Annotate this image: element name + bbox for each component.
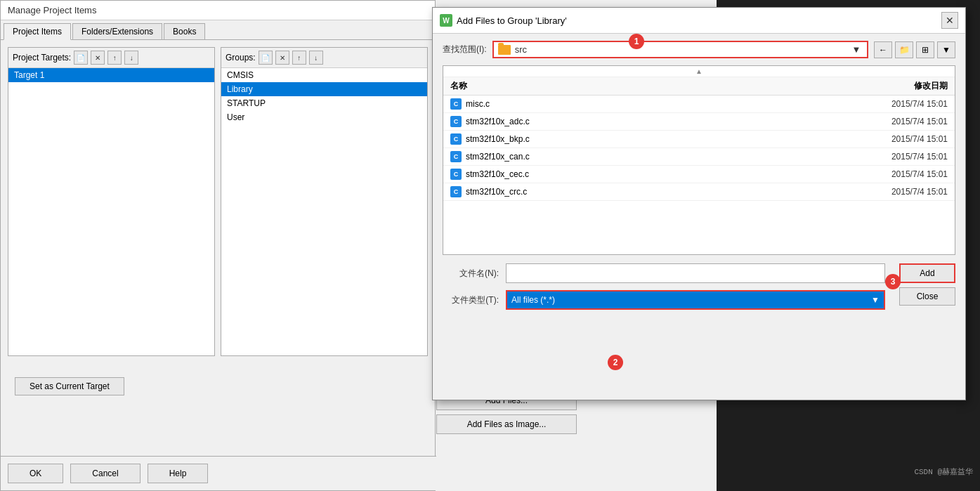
location-label: 查找范围(I):: [443, 44, 487, 55]
filetype-row: 文件类型(T): All files (*.*) ▼: [443, 290, 885, 310]
groups-label: Groups:: [226, 53, 256, 63]
table-row[interactable]: C misc.c 2015/7/4 15:01: [443, 96, 955, 113]
new-group-btn[interactable]: 📄: [259, 51, 273, 65]
dialog-body: 查找范围(I): src ▼ ← 📁 ⊞ ▼ ▲ 名称 修改日期: [433, 34, 965, 317]
main-window: Manage Project Items Project Items Folde…: [0, 0, 980, 491]
new-target-btn[interactable]: 📄: [74, 51, 88, 65]
table-row[interactable]: C stm32f10x_crc.c 2015/7/4 15:01: [443, 183, 955, 201]
file-date: 2015/7/4 15:01: [891, 169, 948, 179]
file-date: 2015/7/4 15:01: [891, 99, 948, 109]
location-dropdown[interactable]: ▼: [850, 44, 863, 55]
c-file-icon: C: [450, 98, 462, 110]
col-date-header: 修改日期: [914, 80, 948, 92]
dialog-title: Add Files to Group 'Library': [457, 15, 567, 26]
table-row[interactable]: C stm32f10x_bkp.c 2015/7/4 15:01: [443, 131, 955, 148]
table-row[interactable]: C stm32f10x_can.c 2015/7/4 15:01: [443, 148, 955, 166]
list-item[interactable]: Target 1: [8, 68, 214, 82]
project-targets-label: Project Targets:: [13, 53, 71, 63]
filename-input[interactable]: [506, 263, 885, 283]
down-group-btn[interactable]: ↓: [309, 51, 323, 65]
view-button[interactable]: ⊞: [916, 41, 934, 58]
manage-bottom: OK Cancel Help: [1, 456, 436, 490]
nav-buttons: ← 📁 ⊞ ▼: [874, 41, 955, 58]
table-row[interactable]: C stm32f10x_cec.c 2015/7/4 15:01: [443, 166, 955, 183]
file-date: 2015/7/4 15:01: [891, 117, 948, 126]
delete-group-btn[interactable]: ✕: [275, 51, 289, 65]
file-name: stm32f10x_can.c: [466, 152, 530, 162]
file-name: stm32f10x_crc.c: [466, 187, 527, 197]
filetype-dropdown-icon: ▼: [871, 295, 880, 305]
file-date: 2015/7/4 15:01: [891, 187, 948, 197]
back-button[interactable]: ←: [874, 41, 892, 58]
ok-button[interactable]: OK: [8, 464, 63, 483]
table-row[interactable]: C stm32f10x_adc.c 2015/7/4 15:01: [443, 113, 955, 131]
group-list: CMSIS Library STARTUP User: [221, 68, 427, 355]
manage-content: Project Targets: 📄 ✕ ↑ ↓ Target 1 Groups…: [1, 40, 435, 363]
list-item[interactable]: STARTUP: [221, 96, 427, 110]
file-list-container: ▲ 名称 修改日期 C misc.c 2015/7/4 15:01 C stm3…: [443, 65, 955, 255]
list-item[interactable]: User: [221, 110, 427, 124]
add-button[interactable]: Add: [899, 263, 955, 283]
groups-header: Groups: 📄 ✕ ↑ ↓: [221, 48, 427, 68]
list-item[interactable]: CMSIS: [221, 68, 427, 82]
action-buttons: Add Close: [899, 263, 955, 306]
c-file-icon: C: [450, 169, 462, 180]
location-value: src: [515, 44, 846, 55]
file-name-cell: C stm32f10x_can.c: [450, 151, 530, 162]
panels-row: Project Targets: 📄 ✕ ↑ ↓ Target 1 Groups…: [8, 47, 428, 356]
file-name-cell: C stm32f10x_adc.c: [450, 116, 530, 127]
project-targets-header: Project Targets: 📄 ✕ ↑ ↓: [8, 48, 214, 68]
target-list: Target 1: [8, 68, 214, 355]
filename-label: 文件名(N):: [443, 268, 499, 280]
new-folder-button[interactable]: 📁: [895, 41, 913, 58]
col-name-header: 名称: [450, 80, 467, 92]
location-box: src ▼: [492, 41, 868, 58]
set-current-target-button[interactable]: Set as Current Target: [15, 377, 124, 395]
down-target-btn[interactable]: ↓: [124, 51, 138, 65]
file-name-cell: C misc.c: [450, 98, 490, 110]
up-group-btn[interactable]: ↑: [292, 51, 306, 65]
add-files-dialog: W Add Files to Group 'Library' ✕ 查找范围(I)…: [432, 7, 966, 400]
file-name: misc.c: [466, 99, 490, 109]
project-targets-panel: Project Targets: 📄 ✕ ↑ ↓ Target 1: [8, 47, 215, 356]
c-file-icon: C: [450, 186, 462, 197]
view-dropdown-button[interactable]: ▼: [937, 41, 955, 58]
manage-title: Manage Project Items: [1, 1, 435, 20]
filetype-select[interactable]: All files (*.*) ▼: [506, 290, 885, 310]
tab-folders-extensions[interactable]: Folders/Extensions: [72, 23, 162, 39]
filetype-label: 文件类型(T):: [443, 294, 499, 306]
c-file-icon: C: [450, 133, 462, 145]
help-button[interactable]: Help: [148, 464, 209, 483]
csdn-watermark: CSDN @赫嘉益华: [914, 466, 973, 477]
up-target-btn[interactable]: ↑: [107, 51, 122, 65]
bottom-fields: 文件名(N): 文件类型(T): All files (*.*) ▼: [443, 263, 885, 310]
dialog-title-left: W Add Files to Group 'Library': [440, 14, 567, 27]
file-name: stm32f10x_bkp.c: [466, 134, 530, 144]
dialog-titlebar: W Add Files to Group 'Library' ✕: [433, 8, 965, 34]
cancel-button[interactable]: Cancel: [70, 464, 140, 483]
filename-row: 文件名(N):: [443, 263, 885, 283]
close-button[interactable]: Close: [899, 287, 955, 306]
location-row: 查找范围(I): src ▼ ← 📁 ⊞ ▼: [443, 41, 955, 58]
annotation-3: 3: [885, 274, 901, 289]
file-name-cell: C stm32f10x_cec.c: [450, 169, 529, 180]
file-list-header: 名称 修改日期: [443, 77, 955, 96]
file-list: C misc.c 2015/7/4 15:01 C stm32f10x_adc.…: [443, 96, 955, 201]
close-dialog-button[interactable]: ✕: [941, 12, 958, 29]
tab-books[interactable]: Books: [164, 23, 205, 39]
annotation-2: 2: [608, 355, 623, 370]
file-name-cell: C stm32f10x_crc.c: [450, 186, 527, 197]
dialog-app-icon: W: [440, 14, 452, 27]
folder-icon: [498, 45, 511, 55]
file-date: 2015/7/4 15:01: [891, 134, 948, 144]
file-date: 2015/7/4 15:01: [891, 152, 948, 162]
set-target-area: Set as Current Target: [1, 363, 435, 410]
filetype-value: All files (*.*): [511, 295, 555, 305]
file-name-cell: C stm32f10x_bkp.c: [450, 133, 530, 145]
groups-panel: Groups: 📄 ✕ ↑ ↓ CMSIS Library STARTUP Us…: [221, 47, 428, 356]
manage-tabs: Project Items Folders/Extensions Books: [1, 20, 435, 40]
list-item[interactable]: Library: [221, 82, 427, 96]
add-files-image-button[interactable]: Add Files as Image...: [436, 414, 577, 434]
tab-project-items[interactable]: Project Items: [4, 23, 71, 40]
delete-target-btn[interactable]: ✕: [91, 51, 105, 65]
